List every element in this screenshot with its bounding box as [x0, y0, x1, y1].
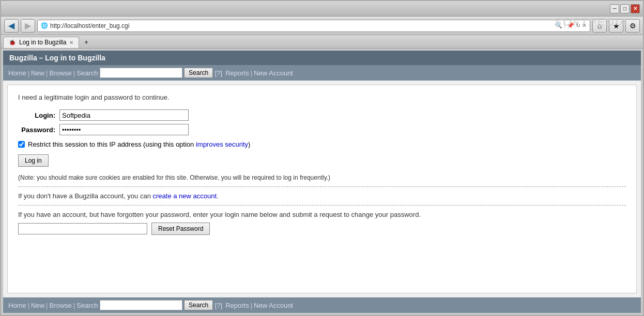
nav-browse-link[interactable]: Browse [49, 69, 71, 77]
bottom-nav-home-link[interactable]: Home [8, 302, 26, 309]
main-content: I need a legitimate login and password t… [7, 85, 637, 293]
settings-button[interactable]: ⚙ [625, 19, 640, 33]
browser-toolbar: ◀ ▶ 🌐 🔍 | 📌 ↻ ✕ ⌂ ★ ⚙ SOFTPEDIA [1, 17, 643, 35]
bottom-nav-bar: Home | New | Browse | Search Search [?] … [3, 297, 641, 313]
nav-home-link[interactable]: Home [8, 69, 26, 77]
star-icon: ★ [613, 22, 620, 30]
divider-2 [18, 205, 626, 206]
bugzilla-page: Bugzilla – Log in to Bugzilla Home | New… [3, 51, 641, 313]
forward-icon: ▶ [25, 21, 31, 30]
search-addr-icon: 🔍 [555, 22, 562, 29]
title-bar: ─ □ ✕ [1, 1, 643, 17]
restrict-row: Restrict this session to this IP address… [18, 140, 626, 148]
page-icon: 🌐 [41, 22, 48, 29]
close-button[interactable]: ✕ [631, 4, 640, 13]
title-bar-buttons: ─ □ ✕ [610, 4, 640, 13]
content-area: Bugzilla – Log in to Bugzilla Home | New… [1, 49, 643, 315]
login-button-row: Log in [18, 152, 626, 169]
restrict-text-prefix: Restrict this session to this IP address… [28, 140, 196, 148]
nav-reports-link[interactable]: Reports [225, 69, 249, 77]
tabs-bar: 🐞 Log in to Bugzilla ✕ + [1, 35, 643, 49]
bottom-nav-sep-3: | [73, 302, 75, 309]
forward-button[interactable]: ▶ [21, 19, 35, 33]
address-input[interactable] [50, 22, 555, 29]
bottom-nav-sep-1: | [28, 302, 29, 309]
restrict-text-suffix: ) [248, 140, 250, 148]
nav-search-input[interactable] [100, 68, 182, 78]
favorites-button[interactable]: ★ [609, 19, 623, 33]
active-tab[interactable]: 🐞 Log in to Bugzilla ✕ [3, 37, 79, 48]
tab-title: Log in to Bugzilla [19, 39, 66, 46]
password-label: Password: [18, 126, 59, 134]
top-nav-bar: Home | New | Browse | Search Search [?] … [3, 65, 641, 81]
bottom-nav-browse-link[interactable]: Browse [49, 302, 71, 309]
bottom-nav-sep-2: | [46, 302, 48, 309]
nav-new-link[interactable]: New [31, 69, 44, 77]
home-icon: ⌂ [597, 22, 602, 30]
nav-sep-2: | [46, 69, 48, 77]
browser-window: ─ □ ✕ ◀ ▶ 🌐 🔍 | 📌 ↻ ✕ ⌂ ★ [0, 0, 644, 316]
nav-new-account-link[interactable]: New Account [254, 69, 293, 77]
bottom-nav-search-button[interactable]: Search [184, 300, 213, 310]
maximize-button[interactable]: □ [620, 4, 630, 13]
login-row: Login: [18, 109, 626, 121]
bottom-nav-sep-5: | [251, 302, 252, 309]
login-button[interactable]: Log in [18, 154, 49, 167]
bottom-nav-new-link[interactable]: New [31, 302, 44, 309]
page-title: Bugzilla – Log in to Bugzilla [9, 54, 105, 62]
home-button[interactable]: ⌂ [592, 19, 607, 33]
restrict-text: Restrict this session to this IP address… [28, 140, 250, 148]
reset-password-button[interactable]: Reset Password [151, 223, 210, 235]
nav-help-link[interactable]: [?] [215, 69, 222, 77]
reset-row: Reset Password [18, 223, 626, 235]
address-bar[interactable]: 🌐 🔍 | 📌 ↻ ✕ [37, 20, 590, 32]
reload-icon[interactable]: ↻ [576, 22, 580, 29]
new-tab-button[interactable]: + [80, 37, 92, 48]
password-row: Password: [18, 124, 626, 135]
address-icons: 🔍 | 📌 ↻ ✕ [555, 22, 587, 29]
reset-email-input[interactable] [18, 223, 147, 234]
tab-icon: 🐞 [9, 39, 16, 46]
close-addr-icon[interactable]: ✕ [582, 22, 587, 29]
nav-sep-1: | [28, 69, 29, 77]
page-header: Bugzilla – Log in to Bugzilla [3, 51, 641, 65]
pin-icon: 📌 [567, 22, 574, 29]
no-account-prefix: If you don't have a Bugzilla account, yo… [18, 192, 152, 200]
forgot-password-text: If you have an account, but have forgott… [18, 211, 626, 218]
bottom-nav-help-link[interactable]: [?] [215, 302, 222, 309]
minimize-button[interactable]: ─ [610, 4, 619, 13]
improves-security-link[interactable]: improves security [196, 140, 248, 148]
back-icon: ◀ [8, 21, 14, 30]
restrict-checkbox[interactable] [18, 141, 25, 148]
nav-sep-3: | [73, 69, 75, 77]
gear-icon: ⚙ [630, 22, 636, 30]
tab-close-button[interactable]: ✕ [69, 40, 73, 45]
login-intro: I need a legitimate login and password t… [18, 93, 626, 101]
back-button[interactable]: ◀ [4, 19, 19, 33]
bottom-nav-search-link[interactable]: Search [76, 302, 98, 309]
divider-1 [18, 186, 626, 187]
login-form: Login: Password: [18, 109, 626, 135]
nav-search-link[interactable]: Search [76, 69, 98, 77]
new-tab-icon: + [84, 39, 88, 46]
password-input[interactable] [59, 124, 189, 135]
cookie-note: (Note: you should make sure cookies are … [18, 174, 626, 181]
bottom-nav-search-input[interactable] [100, 300, 182, 310]
create-account-link[interactable]: create a new account [152, 192, 217, 200]
login-input[interactable] [59, 109, 189, 121]
bottom-nav-new-account-link[interactable]: New Account [254, 302, 293, 309]
nav-sep-5: | [251, 69, 252, 77]
login-label: Login: [18, 112, 59, 119]
bottom-nav-reports-link[interactable]: Reports [225, 302, 249, 309]
no-account-suffix: . [217, 192, 219, 200]
no-account-text: If you don't have a Bugzilla account, yo… [18, 192, 626, 200]
nav-search-button[interactable]: Search [184, 68, 213, 78]
